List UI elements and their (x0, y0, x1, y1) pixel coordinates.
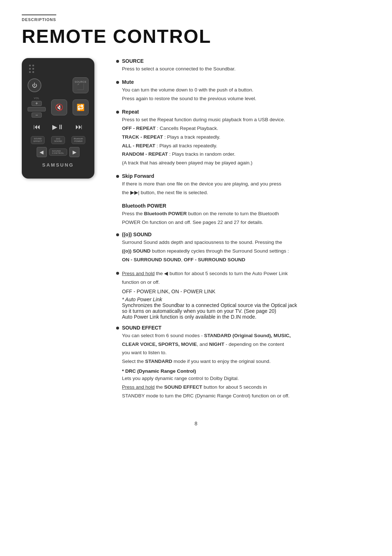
power-button[interactable]: ⏻ (28, 78, 41, 92)
sound-effect-bullet (116, 327, 119, 330)
mute-body: You can turn the volume down to 0 with t… (122, 86, 370, 103)
sound-content: ((o)) SOUND Surround Sound adds depth an… (122, 232, 370, 265)
power-source-row: ⏻ SOURCE ⬛ (28, 77, 89, 93)
vol-label: VOL (34, 97, 40, 99)
remote-illustration: ⏻ SOURCE ⬛ VOL + − 🔇 (22, 58, 102, 179)
sound-surround-label: ((o))SOUND (54, 138, 62, 143)
sound-effect-label: SOUNDEFFECT (33, 138, 42, 143)
skip-forward-button[interactable]: ⏭ (75, 123, 83, 131)
mute-content: Mute You can turn the volume down to 0 w… (122, 79, 370, 104)
sound-effect-content: SOUND EFFECT You can select from 6 sound… (122, 325, 370, 401)
mute-section: Mute You can turn the volume down to 0 w… (116, 79, 370, 104)
auto-power-note: * Auto Power Link Synchronizes the Sound… (122, 297, 370, 320)
left-arrow-button[interactable]: ◀ (37, 147, 47, 157)
sound-effect-title: SOUND EFFECT (122, 325, 370, 331)
drc-title: * DRC (Dynamic Range Control) (122, 368, 370, 374)
source-bullet (116, 60, 119, 63)
sound-section: ((o)) SOUND Surround Sound adds depth an… (116, 232, 370, 265)
source-section: SOURCE Press to select a source connecte… (116, 58, 370, 74)
sound-button[interactable]: ((o))SOUND (51, 136, 65, 144)
function-buttons-row: SOUNDEFFECT ((o))SOUND BluetoothPOWER (28, 136, 89, 144)
sound-body: Surround Sound adds depth and spaciousne… (122, 239, 370, 264)
sound-control-center: SOUNDCONTROL (49, 148, 68, 156)
mute-title: Mute (122, 79, 370, 85)
sound-control-label: SOUNDCONTROL (52, 150, 64, 154)
transport-row: ⏮ ▶⏸ ⏭ (28, 121, 89, 132)
mute-bullet (116, 81, 119, 84)
vol-controls: + − (28, 101, 46, 118)
remote-body: ⏻ SOURCE ⬛ VOL + − 🔇 (22, 58, 94, 179)
vol-section: VOL + − 🔇 🔁 (28, 97, 89, 118)
bluetooth-power-button[interactable]: BluetoothPOWER (72, 136, 85, 144)
source-title: SOURCE (122, 58, 370, 64)
bluetooth-power-title: Bluetooth POWER (122, 203, 370, 209)
vol-up-button[interactable]: + (32, 101, 42, 106)
repeat-content: Repeat Press to set the Repeat function … (122, 109, 370, 168)
skip-forward-bullet (116, 175, 119, 178)
page-title: REMOTE CONTROL (22, 25, 370, 47)
samsung-logo: SAMSUNG (28, 162, 89, 168)
auto-power-link-section: Press and hold the ◀ button for about 5 … (116, 270, 370, 320)
bluetooth-power-body: Press the Bluetooth POWER button on the … (122, 210, 370, 226)
skip-forward-body: If there is more than one file on the de… (122, 180, 370, 197)
repeat-title: Repeat (122, 109, 370, 115)
skip-forward-title: Skip Forward (122, 173, 370, 179)
mute-button[interactable]: 🔇 (51, 99, 67, 115)
repeat-section: Repeat Press to set the Repeat function … (116, 109, 370, 168)
source-button[interactable]: SOURCE ⬛ (73, 77, 89, 93)
descriptions-panel: SOURCE Press to select a source connecte… (116, 58, 370, 406)
source-icon: ⬛ (77, 83, 84, 90)
vol-bar (28, 107, 46, 111)
repeat-body: Press to set the Repeat function during … (122, 116, 370, 167)
source-content: SOURCE Press to select a source connecte… (122, 58, 370, 74)
remote-top-dots (28, 65, 89, 73)
page-number: 8 (22, 421, 370, 426)
bluetooth-label: BluetoothPOWER (74, 138, 83, 143)
auto-power-link-content: Press and hold the ◀ button for about 5 … (122, 270, 370, 320)
sound-bullet (116, 233, 119, 236)
drc-section: * DRC (Dynamic Range Control) Lets you a… (122, 368, 370, 400)
source-label: SOURCE (75, 81, 87, 83)
auto-power-link-bullet (116, 272, 119, 275)
vol-col: VOL + − (28, 97, 46, 118)
repeat-bullet (116, 111, 119, 114)
mute-icon: 🔇 (55, 103, 63, 111)
right-arrow-button[interactable]: ▶ (69, 147, 79, 157)
sound-control-row: ◀ SOUNDCONTROL ▶ (28, 147, 89, 157)
sound-effect-body: You can select from 6 sound modes - STAN… (122, 332, 370, 366)
sound-title: ((o)) SOUND (122, 232, 370, 237)
power-link-emphasis: OFF - POWER LINK, ON - POWER LINK (122, 289, 370, 294)
sound-effect-button[interactable]: SOUNDEFFECT (31, 136, 45, 144)
auto-power-link-body: Press and hold the ◀ button for about 5 … (122, 270, 370, 286)
source-body: Press to select a source connected to th… (122, 65, 370, 73)
skip-forward-section: Skip Forward If there is more than one f… (116, 173, 370, 198)
play-pause-button[interactable]: ▶⏸ (52, 123, 64, 131)
repeat-icon: 🔁 (77, 103, 85, 111)
repeat-button[interactable]: 🔁 (73, 99, 89, 115)
vol-down-button[interactable]: − (32, 113, 42, 118)
skip-back-button[interactable]: ⏮ (33, 123, 41, 131)
bluetooth-power-section: Bluetooth POWER Press the Bluetooth POWE… (122, 203, 370, 226)
sound-effect-section: SOUND EFFECT You can select from 6 sound… (116, 325, 370, 401)
section-label: DESCRIPTIONS (22, 15, 56, 22)
power-icon: ⏻ (32, 82, 37, 88)
drc-body: Lets you apply dynamic range control to … (122, 375, 370, 400)
skip-forward-content: Skip Forward If there is more than one f… (122, 173, 370, 198)
